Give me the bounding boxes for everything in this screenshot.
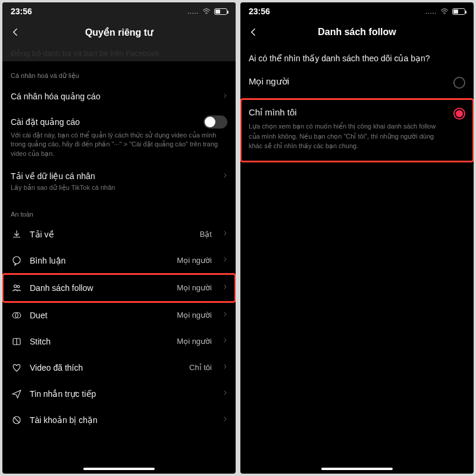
row-ad-personalization[interactable]: Cá nhân hóa quảng cáo	[2, 83, 236, 109]
row-value: Bật	[200, 230, 212, 239]
row-comments[interactable]: Bình luận Mọi người	[2, 248, 236, 274]
row-liked-videos[interactable]: Video đã thích Chỉ tôi	[2, 355, 236, 381]
row-label: Bình luận	[30, 256, 170, 265]
wifi-icon	[202, 8, 211, 15]
status-time: 23:56	[11, 7, 32, 16]
chevron-right-icon	[221, 92, 227, 101]
chevron-right-icon	[221, 172, 227, 181]
svg-point-1	[13, 256, 20, 264]
heart-icon	[11, 362, 23, 374]
radio-unselected-icon[interactable]	[453, 77, 465, 89]
row-ad-settings[interactable]: Cài đặt quảng cáo Với cài đặt này, bạn c…	[2, 109, 236, 165]
page-title: Danh sách follow	[318, 27, 396, 37]
chevron-right-icon	[221, 256, 227, 265]
row-label: Tải về dữ liệu cá nhân	[11, 171, 221, 181]
radio-selected-icon[interactable]	[453, 108, 465, 120]
option-everyone[interactable]: Mọi người	[240, 68, 474, 99]
privacy-settings-screen: 23:56 ..... Quyền riêng tư Đồng bộ danh …	[2, 2, 236, 474]
svg-point-0	[206, 14, 206, 14]
status-indicators: .....	[187, 8, 227, 15]
row-follow-list[interactable]: Danh sách follow Mọi người	[2, 274, 236, 302]
send-icon	[11, 388, 23, 400]
row-label: Tải về	[30, 230, 193, 239]
status-bar: 23:56 .....	[240, 2, 474, 20]
duet-icon	[11, 309, 23, 321]
download-icon	[11, 228, 23, 240]
wifi-icon	[440, 8, 449, 15]
section-personalize-header: Cá nhân hoá và dữ liệu	[2, 61, 236, 83]
status-indicators: .....	[425, 8, 465, 15]
row-label: Cài đặt quảng cáo	[11, 117, 203, 127]
row-download-data[interactable]: Tải về dữ liệu cá nhân Lấy bản sao dữ li…	[2, 165, 236, 199]
status-dots: .....	[425, 8, 437, 15]
ad-settings-toggle[interactable]	[203, 115, 227, 129]
visibility-question: Ai có thể nhìn thấy danh sách theo dõi c…	[240, 44, 474, 68]
chevron-right-icon	[221, 389, 227, 398]
row-description: Với cài đặt này, bạn có thể quản lý cách…	[11, 131, 227, 158]
row-direct-messages[interactable]: Tin nhắn trực tiếp	[2, 381, 236, 407]
status-dots: .....	[187, 8, 199, 15]
nav-header: Danh sách follow	[240, 20, 474, 44]
truncated-row[interactable]: Đồng bộ danh bạ và bạn bè trên Facebook	[2, 44, 236, 61]
row-label: Video đã thích	[30, 363, 182, 372]
option-label: Mọi người	[249, 76, 446, 87]
svg-point-2	[14, 284, 17, 287]
content-scroll[interactable]: Ai có thể nhìn thấy danh sách theo dõi c…	[240, 44, 474, 474]
content-scroll[interactable]: Đồng bộ danh bạ và bạn bè trên Facebook …	[2, 44, 236, 474]
row-value: Mọi người	[177, 283, 212, 292]
row-label: Stitch	[30, 337, 170, 346]
row-download[interactable]: Tải về Bật	[2, 221, 236, 248]
row-stitch[interactable]: Stitch Mọi người	[2, 328, 236, 355]
row-label: Cá nhân hóa quảng cáo	[11, 92, 214, 101]
battery-icon	[452, 8, 465, 15]
option-label: Chỉ mình tôi	[249, 107, 446, 118]
chevron-right-icon	[221, 283, 227, 292]
chevron-right-icon	[221, 337, 227, 346]
row-blocked-accounts[interactable]: Tài khoản bị chặn	[2, 407, 236, 433]
chevron-right-icon	[221, 363, 227, 372]
section-safety-header: An toàn	[2, 200, 236, 221]
row-value: Chỉ tôi	[189, 363, 212, 372]
row-description: Lấy bản sao dữ liệu TikTok cá nhân	[11, 183, 227, 192]
chevron-right-icon	[221, 311, 227, 320]
option-only-me[interactable]: Chỉ mình tôi Lựa chọn xem bạn có muốn hi…	[240, 99, 474, 162]
people-icon	[11, 282, 23, 294]
row-value: Mọi người	[177, 337, 212, 346]
svg-point-3	[17, 285, 20, 287]
page-title: Quyền riêng tư	[85, 27, 153, 38]
row-label: Duet	[30, 311, 170, 320]
comment-icon	[11, 255, 23, 267]
back-button[interactable]	[246, 25, 261, 39]
block-icon	[11, 414, 23, 426]
home-indicator[interactable]	[83, 468, 155, 470]
row-value: Mọi người	[177, 311, 212, 320]
back-button[interactable]	[8, 25, 23, 39]
row-label: Tài khoản bị chặn	[30, 415, 214, 425]
svg-point-8	[444, 14, 444, 14]
chevron-right-icon	[221, 415, 227, 424]
row-duet[interactable]: Duet Mọi người	[2, 302, 236, 328]
chevron-right-icon	[221, 230, 227, 239]
nav-header: Quyền riêng tư	[2, 20, 236, 44]
row-label: Danh sách follow	[30, 283, 170, 293]
status-bar: 23:56 .....	[2, 2, 236, 20]
follow-list-screen: 23:56 ..... Danh sách follow Ai có thể n…	[240, 2, 474, 474]
option-description: Lựa chọn xem bạn có muốn hiển thị công k…	[249, 121, 446, 151]
row-value: Mọi người	[177, 256, 212, 265]
row-label: Tin nhắn trực tiếp	[30, 389, 214, 399]
stitch-icon	[11, 336, 23, 347]
battery-icon	[214, 8, 227, 15]
status-time: 23:56	[249, 7, 270, 16]
home-indicator[interactable]	[321, 468, 393, 470]
